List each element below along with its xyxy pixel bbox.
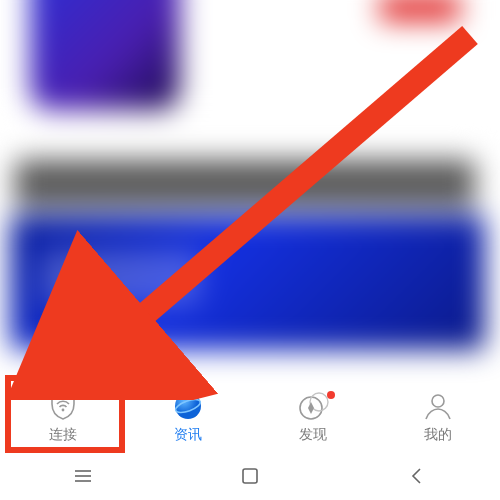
- tab-news-label: 资讯: [174, 426, 202, 444]
- bottom-tab-bar: 连接 资讯: [0, 385, 500, 450]
- action-button-placeholder: [380, 0, 460, 21]
- tab-discover-label: 发现: [299, 426, 327, 444]
- nav-home-button[interactable]: [190, 453, 310, 499]
- tab-connect[interactable]: 连接: [0, 385, 125, 450]
- product-image-placeholder: [30, 0, 180, 110]
- tab-mine-label: 我的: [424, 426, 452, 444]
- wifi-shield-icon: [47, 389, 79, 423]
- nav-recent-button[interactable]: [23, 453, 143, 499]
- system-nav-bar: [0, 452, 500, 500]
- compass-icon: [297, 389, 329, 423]
- globe-icon: [171, 389, 205, 423]
- notification-dot: [327, 391, 335, 399]
- nav-back-button[interactable]: [357, 453, 477, 499]
- headline-placeholder: [15, 160, 475, 206]
- profile-icon: [422, 389, 454, 423]
- tab-discover[interactable]: 发现: [250, 385, 375, 450]
- screen: 连接 资讯: [0, 0, 500, 500]
- tab-connect-label: 连接: [49, 426, 77, 444]
- svg-point-1: [61, 409, 64, 412]
- tab-news[interactable]: 资讯: [125, 385, 250, 450]
- feed-banner: [10, 215, 485, 350]
- feed-card: [10, 0, 485, 120]
- tab-mine[interactable]: 我的: [375, 385, 500, 450]
- svg-point-6: [432, 395, 444, 407]
- svg-rect-10: [243, 469, 257, 483]
